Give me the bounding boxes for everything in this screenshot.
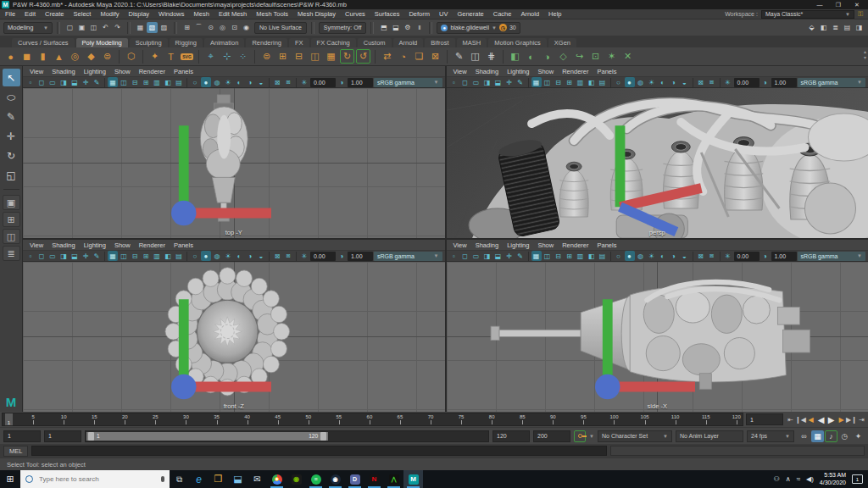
range-end-handle[interactable]	[320, 432, 326, 441]
camera-attributes-icon[interactable]: ▭	[471, 77, 481, 87]
shelf-tab-arnold[interactable]: Arnold	[393, 38, 424, 47]
subdivide-icon[interactable]: ▦	[324, 49, 338, 64]
panel-menu-renderer[interactable]: Renderer	[562, 241, 588, 249]
poly-plane-icon[interactable]: ◆	[84, 49, 98, 64]
edge-icon[interactable]: e	[189, 470, 209, 488]
panel-menu-panels[interactable]: Panels	[597, 68, 616, 75]
wireframe-mode-icon[interactable]: ○	[614, 251, 624, 261]
go-to-range-start-button[interactable]: ⇤	[786, 414, 795, 425]
four-pane-layout-icon[interactable]: ⊞	[565, 77, 575, 87]
search-input[interactable]	[37, 474, 157, 484]
viewport-canvas-side[interactable]: side -X	[447, 262, 868, 412]
select-camera-icon[interactable]: ▫	[25, 77, 36, 87]
play-forwards-button[interactable]: ▶	[826, 414, 836, 425]
combine-icon[interactable]: ⊞	[275, 49, 290, 64]
quad-draw-icon[interactable]: ⊡	[588, 49, 603, 64]
undo-icon[interactable]: ↶	[100, 22, 111, 33]
camera-attributes-icon[interactable]: ▭	[471, 251, 481, 261]
animation-preferences-icon[interactable]: ▦	[811, 430, 824, 442]
menu-set-dropdown[interactable]: Modeling ▼	[3, 22, 53, 34]
shelf-tab-fx[interactable]: FX	[289, 38, 309, 47]
occlusion-icon[interactable]: ◑	[245, 251, 255, 261]
poly-cylinder-icon[interactable]: ▮	[36, 49, 50, 64]
current-frame-marker[interactable]: 1	[5, 413, 13, 425]
menu-help[interactable]: Help	[548, 10, 561, 18]
go-to-range-end-button[interactable]: ⇥	[857, 414, 866, 425]
image-plane-icon[interactable]: ⬓	[493, 77, 504, 87]
field-chart-icon[interactable]: ⧈	[283, 251, 293, 261]
auto-key-icon[interactable]	[574, 430, 586, 442]
three-pane-layout-icon[interactable]: ⊟	[554, 251, 564, 261]
image-plane-icon[interactable]: ⬓	[70, 251, 80, 261]
shaded-mode-icon[interactable]: ●	[201, 251, 211, 261]
single-pane-layout-icon[interactable]: ▦	[531, 77, 542, 87]
two-pane-layout-icon[interactable]: ◫	[119, 251, 129, 261]
three-pane-layout-icon[interactable]: ⊟	[554, 77, 564, 87]
shelf-tab-rendering[interactable]: Rendering	[246, 38, 287, 47]
render-settings-icon[interactable]: ⚙	[402, 22, 413, 33]
poly-torus-icon[interactable]: ◎	[68, 49, 82, 64]
taskbar-clock[interactable]: 5:53 AM 4/30/2020	[820, 472, 846, 485]
select-object-icon[interactable]: ▧	[147, 22, 158, 33]
shelf-tab-fx-caching[interactable]: FX Caching	[311, 38, 356, 47]
poly-cone-icon[interactable]: ▲	[52, 49, 66, 64]
motion-blur-icon[interactable]: ◒	[256, 251, 266, 261]
panel-menu-lighting[interactable]: Lighting	[84, 241, 106, 249]
panel-menu-lighting[interactable]: Lighting	[84, 68, 106, 75]
file-explorer-icon[interactable]: ❒	[209, 470, 228, 488]
shelf-tab-motion-graphics[interactable]: Motion Graphics	[488, 38, 547, 47]
menu-arnold[interactable]: Arnold	[520, 10, 539, 18]
range-bar[interactable]: 1 120	[86, 432, 328, 441]
panel-menu-panels[interactable]: Panels	[174, 241, 193, 249]
minimize-button[interactable]: —	[810, 0, 829, 9]
snap-to-projected-center-icon[interactable]: ◎	[217, 22, 228, 33]
grease-pencil-icon[interactable]: ✎	[92, 251, 102, 261]
shelf-tab-sculpting[interactable]: Sculpting	[130, 38, 168, 47]
insert-edge-loop-icon[interactable]: ◫	[468, 49, 482, 64]
shaded-mode-icon[interactable]: ●	[201, 77, 211, 87]
grease-pencil-icon[interactable]: ✎	[515, 251, 526, 261]
menu-select[interactable]: Select	[74, 10, 92, 18]
colorspace-select[interactable]: sRGB gamma▼	[798, 78, 866, 87]
use-all-lights-icon[interactable]: ☀	[647, 251, 657, 261]
field-chart-icon[interactable]: ⧈	[707, 251, 717, 261]
menu-surfaces[interactable]: Surfaces	[375, 10, 400, 18]
attribute-editor-toggle-icon[interactable]: ≣	[830, 22, 841, 33]
animation-end-field[interactable]: 200	[533, 430, 570, 442]
poly-cube-icon[interactable]: ◼	[19, 49, 34, 64]
menu-curves[interactable]: Curves	[345, 10, 365, 18]
gamma-icon[interactable]: ◑	[760, 251, 771, 261]
wedge-icon[interactable]: ◔	[396, 49, 410, 64]
select-component-icon[interactable]: ▨	[159, 22, 170, 33]
select-hierarchy-icon[interactable]: ▦	[135, 22, 146, 33]
signed-in-user-chip[interactable]: ● blake.glidewell ▼ ◷ 30	[437, 22, 520, 34]
audio-toggle-icon[interactable]: ♪	[825, 430, 837, 442]
2d-pan-zoom-icon[interactable]: ✛	[81, 77, 91, 87]
channel-box-toggle-icon[interactable]: ◨	[854, 22, 865, 33]
single-pane-layout-icon[interactable]: ▦	[108, 251, 118, 261]
two-pane-layout-icon[interactable]: ◫	[542, 251, 553, 261]
panel-menu-show[interactable]: Show	[537, 68, 554, 75]
mirror-icon[interactable]: ◫	[308, 49, 322, 64]
shaded-mode-icon[interactable]: ●	[625, 77, 635, 87]
panel-menu-shading[interactable]: Shading	[52, 68, 75, 75]
command-line-input[interactable]	[31, 446, 607, 456]
panel-menu-show[interactable]: Show	[537, 241, 554, 249]
viewport-canvas-top[interactable]: top -Y	[23, 88, 445, 238]
snap-to-point-icon[interactable]: ⊙	[205, 22, 216, 33]
shadows-icon[interactable]: ◐	[234, 251, 244, 261]
nvidia-icon[interactable]: ◉	[287, 470, 306, 488]
motion-blur-icon[interactable]: ◒	[680, 77, 690, 87]
occlusion-icon[interactable]: ◑	[245, 77, 255, 87]
shelf-tab-rigging[interactable]: Rigging	[170, 38, 203, 47]
2d-pan-zoom-icon[interactable]: ✛	[504, 251, 515, 261]
field-chart-icon[interactable]: ⧈	[707, 77, 717, 87]
panel-menu-view[interactable]: View	[30, 241, 43, 249]
image-plane-icon[interactable]: ⬓	[70, 77, 80, 87]
open-scene-icon[interactable]: ▣	[76, 22, 87, 33]
exposure-icon[interactable]: ✳	[723, 77, 733, 87]
range-start-handle[interactable]	[88, 432, 94, 441]
bookmark-icon[interactable]: ◨	[482, 77, 492, 87]
exposure-field[interactable]: 0.00	[310, 252, 336, 261]
menu-mesh-tools[interactable]: Mesh Tools	[256, 10, 288, 18]
